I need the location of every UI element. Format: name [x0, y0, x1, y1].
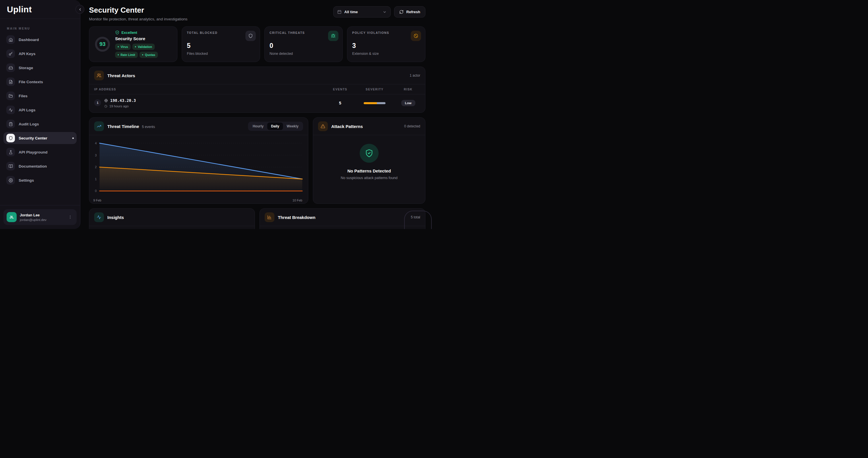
- stat-label: POLICY VIOLATIONS: [352, 31, 420, 34]
- globe-icon: [104, 99, 108, 102]
- sidebar-item-files[interactable]: Files: [3, 90, 76, 102]
- flask-icon: [6, 148, 15, 156]
- chevron-down-icon: [383, 10, 386, 14]
- tag-dot: [135, 46, 136, 47]
- calendar-icon: [337, 10, 342, 14]
- user-menu-button[interactable]: [67, 215, 73, 220]
- sidebar-item-api-logs[interactable]: API Logs: [3, 104, 76, 116]
- svg-text:3: 3: [95, 154, 97, 157]
- policy-violations-card: POLICY VIOLATIONS 3 Extension & size: [347, 26, 425, 62]
- hard-drive-icon: [6, 63, 15, 72]
- key-icon: [6, 50, 15, 58]
- security-score-tags: Virus Validation Rate Limit Quotas: [115, 44, 172, 58]
- alert-triangle-icon: [318, 121, 328, 131]
- sidebar-item-dashboard[interactable]: Dashboard: [3, 34, 76, 45]
- score-tag: Virus: [115, 44, 131, 50]
- activity-icon: [94, 212, 104, 222]
- actor-ip-line: 198.43.20.3: [104, 98, 136, 103]
- actor-ip: 198.43.20.3: [110, 98, 136, 103]
- actor-last-seen: 19 hours ago: [104, 104, 136, 108]
- events-count: 5 events: [142, 125, 155, 129]
- patterns-count: 0 detected: [404, 124, 420, 128]
- sidebar-item-api-keys[interactable]: API Keys: [3, 47, 76, 60]
- shield-icon: [245, 31, 256, 41]
- svg-text:0: 0: [95, 189, 97, 193]
- refresh-button[interactable]: Refresh: [394, 6, 425, 18]
- clipboard-icon: [6, 120, 15, 128]
- page-header: Security Center Monitor file protection,…: [89, 6, 425, 21]
- tag-dot: [118, 54, 119, 55]
- main-menu-label: MAIN MENU: [7, 27, 73, 30]
- trending-up-icon: [94, 121, 104, 131]
- sidebar-item-label: Dashboard: [19, 38, 39, 42]
- sidebar-item-label: API Playground: [19, 150, 48, 154]
- section-title: Attack Patterns: [331, 124, 363, 129]
- stat-label: CRITICAL THREATS: [270, 31, 338, 34]
- users-icon: [94, 71, 104, 80]
- table-row[interactable]: 1 198.43.20.3 19 hours ago 5: [89, 94, 425, 112]
- main-content: Security Center Monitor file protection,…: [81, 0, 434, 229]
- header-actions: All time Refresh: [333, 6, 425, 18]
- security-score-details: Excellent Security Score Virus Validatio…: [115, 30, 172, 58]
- tab-daily[interactable]: Daily: [267, 123, 283, 130]
- breakdown-total: 5 total: [411, 215, 420, 219]
- actor-severity: [353, 102, 396, 104]
- chevron-left-icon: [78, 7, 82, 11]
- svg-text:4: 4: [95, 141, 97, 145]
- active-indicator-dot: [72, 137, 74, 139]
- file-text-icon: [6, 77, 15, 86]
- sidebar-item-label: API Logs: [19, 108, 36, 112]
- clock-icon: [104, 105, 107, 108]
- svg-text:2: 2: [95, 165, 97, 169]
- sidebar-item-audit-logs[interactable]: Audit Logs: [3, 118, 76, 130]
- sidebar-item-label: API Keys: [19, 52, 36, 56]
- stat-caption: Extension & size: [352, 52, 420, 56]
- threat-breakdown-header: Threat Breakdown 5 total: [260, 208, 425, 226]
- timeline-tabs: Hourly Daily Weekly: [248, 122, 303, 131]
- security-score-card: 93 Excellent Security Score Virus Valida…: [89, 26, 177, 62]
- stat-value: 5: [187, 42, 255, 50]
- sidebar-item-label: Files: [19, 94, 28, 98]
- sidebar-header: Uplint: [0, 0, 80, 19]
- gear-icon: [6, 176, 15, 185]
- stat-value: 3: [352, 42, 420, 50]
- actor-risk: Low: [396, 100, 420, 106]
- sidebar-collapse-button[interactable]: [75, 5, 84, 14]
- sidebar-item-file-contexts[interactable]: File Contexts: [3, 76, 76, 88]
- tab-hourly[interactable]: Hourly: [249, 123, 267, 130]
- column-header: EVENTS: [327, 88, 353, 91]
- sidebar-item-documentation[interactable]: Documentation: [3, 160, 76, 172]
- time-filter-dropdown[interactable]: All time: [333, 6, 391, 18]
- actor-count: 1 actor: [410, 73, 420, 77]
- shield-icon: [6, 134, 15, 142]
- bottom-row: Insights IP 198.43.20.3 has 5 blocked at…: [89, 208, 425, 229]
- page-title-block: Security Center Monitor file protection,…: [89, 6, 187, 21]
- stats-row: 93 Excellent Security Score Virus Valida…: [89, 26, 425, 62]
- sidebar-item-label: Security Center: [19, 136, 48, 140]
- user-info: Jordan Lee jordan@uplint.dev: [20, 213, 46, 222]
- attack-patterns-card: Attack Patterns 0 detected No Patterns D…: [313, 118, 425, 204]
- sidebar-item-storage[interactable]: Storage: [3, 62, 76, 74]
- ban-icon: [411, 31, 421, 41]
- security-score-value: 93: [99, 41, 105, 47]
- bug-icon: [328, 31, 338, 41]
- page-title: Security Center: [89, 6, 187, 14]
- tab-weekly[interactable]: Weekly: [283, 123, 302, 130]
- security-score-status-label: Excellent: [121, 31, 137, 35]
- sidebar-footer: JL Jordan Lee jordan@uplint.dev: [0, 205, 80, 229]
- tag-dot: [118, 46, 119, 47]
- time-filter-value: All time: [344, 10, 358, 14]
- attack-patterns-body: No Patterns Detected No suspicious attac…: [313, 135, 425, 189]
- sidebar-item-security-center[interactable]: Security Center: [3, 132, 76, 144]
- shield-check-icon: [115, 30, 119, 35]
- user-name: Jordan Lee: [20, 213, 46, 217]
- threat-breakdown-card: Threat Breakdown 5 total Invalid Extensi…: [259, 208, 425, 229]
- user-card[interactable]: JL Jordan Lee jordan@uplint.dev: [3, 209, 76, 225]
- book-open-icon: [6, 162, 15, 170]
- kebab-icon: [68, 215, 72, 219]
- empty-state-title: No Patterns Detected: [347, 168, 391, 173]
- column-header: IP ADDRESS: [94, 88, 327, 91]
- sidebar-item-api-playground[interactable]: API Playground: [3, 146, 76, 158]
- sidebar-item-settings[interactable]: Settings: [3, 174, 76, 186]
- threat-actors-header: Threat Actors 1 actor: [89, 67, 425, 85]
